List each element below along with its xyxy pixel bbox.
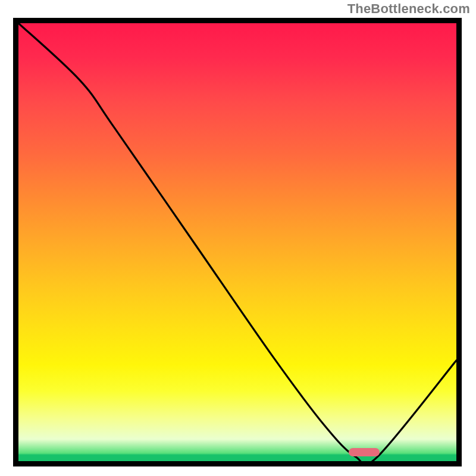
gradient-background	[18, 23, 456, 461]
plot-frame	[13, 18, 462, 466]
watermark-text: TheBottleneck.com	[347, 1, 470, 17]
target-marker	[349, 448, 380, 456]
chart-root: TheBottleneck.com	[0, 0, 476, 476]
